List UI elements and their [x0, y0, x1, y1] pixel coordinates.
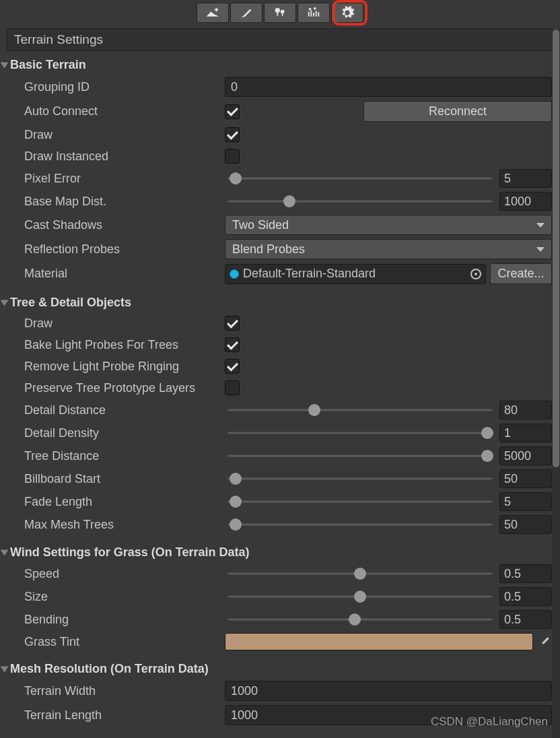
pixel-error-field[interactable]: 5 — [499, 169, 552, 188]
scrollbar[interactable] — [552, 30, 560, 738]
terrain-raise-icon — [205, 5, 220, 20]
tree-distance-field[interactable]: 5000 — [499, 446, 552, 465]
reflection-probes-label: Reflection Probes — [24, 242, 225, 257]
grass-tint-field[interactable] — [225, 633, 533, 650]
section-mesh-resolution[interactable]: Mesh Resolution (On Terrain Data) — [0, 659, 560, 679]
detail-density-field[interactable]: 1 — [499, 424, 552, 442]
reflection-probes-dropdown[interactable]: Blend Probes — [225, 239, 552, 259]
auto-connect-label: Auto Connect — [24, 104, 225, 119]
fade-length-field[interactable]: 5 — [499, 492, 552, 511]
cast-shadows-dropdown[interactable]: Two Sided — [225, 215, 552, 235]
chevron-down-icon — [536, 247, 545, 252]
terrain-length-label: Terrain Length — [24, 708, 225, 723]
grouping-id-label: Grouping ID — [24, 80, 225, 94]
scrollbar-thumb[interactable] — [553, 30, 559, 467]
base-map-dist-field[interactable]: 1000 — [499, 192, 552, 211]
trees-icon — [273, 5, 287, 20]
detail-distance-slider[interactable] — [225, 403, 495, 417]
wind-speed-field[interactable]: 0.5 — [499, 564, 552, 583]
tool-raise-lower[interactable] — [197, 3, 229, 23]
tree-distance-label: Tree Distance — [24, 449, 225, 463]
pixel-error-slider[interactable] — [225, 172, 495, 185]
svg-point-4 — [309, 8, 312, 11]
wind-bending-label: Bending — [24, 613, 225, 627]
tool-paint-texture[interactable] — [230, 3, 262, 23]
draw-instanced-label: Draw Instanced — [24, 149, 225, 164]
base-map-dist-slider[interactable] — [225, 195, 495, 208]
wind-bending-slider[interactable] — [225, 613, 495, 626]
detail-density-label: Detail Density — [24, 426, 225, 440]
cast-shadows-label: Cast Shadows — [24, 218, 225, 232]
section-tree-detail[interactable]: Tree & Detail Objects — [0, 293, 560, 312]
svg-point-5 — [314, 7, 316, 10]
chevron-down-icon — [536, 223, 545, 228]
wind-size-slider[interactable] — [225, 590, 495, 603]
foldout-icon — [1, 300, 9, 306]
paint-brush-icon — [239, 5, 254, 20]
settings-gear-icon — [340, 5, 355, 20]
svg-rect-3 — [282, 13, 283, 16]
wind-speed-label: Speed — [24, 567, 225, 581]
section-label: Mesh Resolution (On Terrain Data) — [10, 662, 209, 676]
section-label: Tree & Detail Objects — [10, 296, 131, 310]
detail-distance-field[interactable]: 80 — [499, 401, 552, 420]
wind-bending-field[interactable]: 0.5 — [499, 610, 552, 629]
pixel-error-label: Pixel Error — [24, 172, 225, 186]
draw-instanced-checkbox[interactable] — [225, 149, 240, 164]
preserve-layers-checkbox[interactable] — [225, 380, 240, 395]
base-map-dist-label: Base Map Dist. — [24, 195, 225, 209]
grass-tint-label: Grass Tint — [24, 635, 225, 649]
wind-size-label: Size — [24, 590, 225, 604]
section-label: Wind Settings for Grass (On Terrain Data… — [10, 545, 250, 560]
bake-light-probes-checkbox[interactable] — [225, 337, 240, 352]
section-basic-terrain[interactable]: Basic Terrain — [0, 55, 560, 75]
billboard-start-label: Billboard Start — [24, 472, 225, 486]
billboard-start-field[interactable]: 50 — [499, 469, 552, 488]
detail-density-slider[interactable] — [225, 426, 495, 440]
eyedropper-icon[interactable] — [537, 636, 552, 648]
terrain-width-label: Terrain Width — [24, 684, 225, 698]
details-icon — [306, 5, 321, 20]
tool-settings[interactable] — [331, 3, 363, 23]
svg-rect-1 — [277, 12, 278, 16]
foldout-icon — [1, 62, 9, 68]
material-create-button[interactable]: Create... — [490, 263, 552, 284]
tool-paint-trees[interactable] — [264, 3, 296, 23]
auto-connect-checkbox[interactable] — [225, 104, 240, 119]
preserve-layers-label: Preserve Tree Prototype Layers — [24, 381, 225, 395]
wind-speed-slider[interactable] — [225, 567, 495, 580]
section-wind-settings[interactable]: Wind Settings for Grass (On Terrain Data… — [0, 543, 560, 562]
tool-paint-details[interactable] — [298, 3, 330, 23]
object-picker-icon[interactable] — [470, 269, 481, 279]
panel-title: Terrain Settings — [7, 28, 553, 51]
max-mesh-trees-field[interactable]: 50 — [499, 515, 552, 534]
section-label: Basic Terrain — [10, 58, 86, 72]
draw-label: Draw — [24, 128, 225, 142]
remove-ringing-label: Remove Light Probe Ringing — [24, 360, 225, 374]
billboard-start-slider[interactable] — [225, 472, 495, 485]
terrain-toolbar — [0, 0, 560, 27]
max-mesh-trees-label: Max Mesh Trees — [24, 518, 225, 532]
fade-length-label: Fade Length — [24, 495, 225, 509]
watermark: CSDN @DaLiangChen — [431, 715, 548, 729]
wind-size-field[interactable]: 0.5 — [499, 587, 552, 606]
detail-distance-label: Detail Distance — [24, 403, 225, 417]
tree-distance-slider[interactable] — [225, 449, 495, 463]
fade-length-slider[interactable] — [225, 495, 495, 508]
tree-draw-label: Draw — [24, 316, 225, 331]
svg-point-0 — [275, 8, 280, 13]
material-field[interactable]: Default-Terrain-Standard — [225, 264, 486, 284]
material-icon — [230, 269, 239, 279]
bake-light-probes-label: Bake Light Probes For Trees — [24, 338, 225, 352]
foldout-icon — [1, 549, 9, 556]
material-label: Material — [24, 267, 225, 281]
max-mesh-trees-slider[interactable] — [225, 518, 495, 531]
terrain-width-field[interactable]: 1000 — [225, 681, 552, 701]
foldout-icon — [1, 666, 9, 672]
tree-draw-checkbox[interactable] — [225, 316, 240, 331]
draw-checkbox[interactable] — [225, 127, 240, 142]
grouping-id-field[interactable]: 0 — [225, 77, 552, 97]
reconnect-button[interactable]: Reconnect — [363, 101, 552, 122]
remove-ringing-checkbox[interactable] — [225, 359, 240, 374]
